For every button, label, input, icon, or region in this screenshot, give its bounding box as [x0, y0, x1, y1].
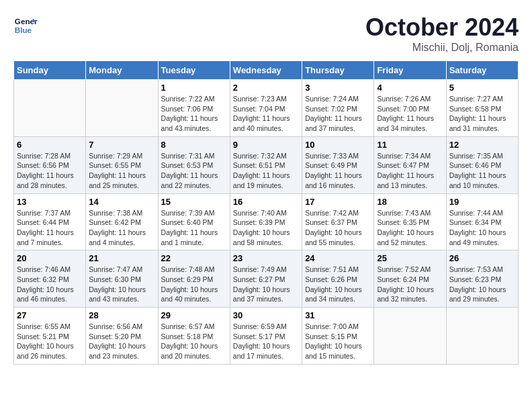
day-number: 29: [161, 310, 227, 320]
day-info: Sunrise: 6:59 AMSunset: 5:17 PMDaylight:…: [233, 322, 299, 361]
calendar-week-row: 13Sunrise: 7:37 AMSunset: 6:44 PMDayligh…: [14, 193, 519, 250]
day-number: 28: [89, 310, 154, 320]
column-header-monday: Monday: [86, 61, 158, 80]
day-number: 13: [17, 197, 83, 207]
column-header-sunday: Sunday: [14, 61, 86, 80]
day-info: Sunrise: 7:52 AMSunset: 6:24 PMDaylight:…: [377, 265, 443, 304]
day-number: 31: [305, 310, 371, 320]
calendar-cell: 30Sunrise: 6:59 AMSunset: 5:17 PMDayligh…: [230, 308, 302, 365]
day-number: 20: [17, 253, 83, 263]
column-header-wednesday: Wednesday: [230, 61, 302, 80]
calendar-cell: 10Sunrise: 7:33 AMSunset: 6:49 PMDayligh…: [302, 136, 374, 193]
day-number: 22: [161, 253, 227, 263]
calendar-cell: 21Sunrise: 7:47 AMSunset: 6:30 PMDayligh…: [86, 250, 158, 308]
day-number: 6: [17, 140, 83, 150]
column-header-friday: Friday: [374, 61, 446, 80]
calendar-cell: 15Sunrise: 7:39 AMSunset: 6:40 PMDayligh…: [158, 193, 230, 250]
column-header-thursday: Thursday: [302, 61, 374, 80]
day-info: Sunrise: 6:55 AMSunset: 5:21 PMDaylight:…: [17, 322, 83, 361]
calendar-cell: [374, 308, 446, 365]
day-info: Sunrise: 7:39 AMSunset: 6:40 PMDaylight:…: [161, 208, 227, 248]
calendar-header-row: SundayMondayTuesdayWednesdayThursdayFrid…: [14, 61, 519, 80]
calendar-cell: 24Sunrise: 7:51 AMSunset: 6:26 PMDayligh…: [302, 250, 374, 308]
day-number: 17: [305, 197, 371, 207]
day-number: 8: [161, 140, 227, 150]
day-number: 12: [449, 140, 515, 150]
day-info: Sunrise: 7:27 AMSunset: 6:58 PMDaylight:…: [449, 94, 515, 134]
day-number: 3: [305, 83, 371, 93]
day-info: Sunrise: 7:53 AMSunset: 6:23 PMDaylight:…: [449, 265, 515, 304]
day-number: 25: [377, 253, 443, 263]
calendar-cell: 13Sunrise: 7:37 AMSunset: 6:44 PMDayligh…: [14, 193, 86, 250]
calendar-cell: 8Sunrise: 7:31 AMSunset: 6:53 PMDaylight…: [158, 136, 230, 193]
calendar-cell: 9Sunrise: 7:32 AMSunset: 6:51 PMDaylight…: [230, 136, 302, 193]
day-number: 18: [377, 197, 443, 207]
calendar-cell: 14Sunrise: 7:38 AMSunset: 6:42 PMDayligh…: [86, 193, 158, 250]
day-number: 1: [161, 83, 227, 93]
day-number: 7: [89, 140, 154, 150]
day-info: Sunrise: 7:43 AMSunset: 6:35 PMDaylight:…: [377, 208, 443, 248]
day-info: Sunrise: 6:56 AMSunset: 5:20 PMDaylight:…: [89, 322, 154, 361]
day-number: 11: [377, 140, 443, 150]
calendar-cell: 12Sunrise: 7:35 AMSunset: 6:46 PMDayligh…: [446, 136, 518, 193]
calendar-cell: [446, 308, 518, 365]
calendar-cell: 4Sunrise: 7:26 AMSunset: 7:00 PMDaylight…: [374, 80, 446, 137]
day-number: 14: [89, 197, 154, 207]
calendar-cell: 5Sunrise: 7:27 AMSunset: 6:58 PMDaylight…: [446, 80, 518, 137]
calendar-cell: 18Sunrise: 7:43 AMSunset: 6:35 PMDayligh…: [374, 193, 446, 250]
day-info: Sunrise: 7:28 AMSunset: 6:56 PMDaylight:…: [17, 151, 83, 191]
header: General Blue October 2024 Mischii, Dolj,…: [13, 13, 519, 54]
day-info: Sunrise: 7:40 AMSunset: 6:39 PMDaylight:…: [233, 208, 299, 248]
calendar-cell: 17Sunrise: 7:42 AMSunset: 6:37 PMDayligh…: [302, 193, 374, 250]
calendar-cell: [14, 80, 86, 137]
page-subtitle: Mischii, Dolj, Romania: [365, 42, 519, 54]
calendar-cell: 3Sunrise: 7:24 AMSunset: 7:02 PMDaylight…: [302, 80, 374, 137]
calendar-cell: 16Sunrise: 7:40 AMSunset: 6:39 PMDayligh…: [230, 193, 302, 250]
calendar-table: SundayMondayTuesdayWednesdayThursdayFrid…: [13, 60, 519, 365]
calendar-cell: 26Sunrise: 7:53 AMSunset: 6:23 PMDayligh…: [446, 250, 518, 308]
calendar-cell: 27Sunrise: 6:55 AMSunset: 5:21 PMDayligh…: [14, 308, 86, 365]
calendar-week-row: 27Sunrise: 6:55 AMSunset: 5:21 PMDayligh…: [14, 308, 519, 365]
day-number: 10: [305, 140, 371, 150]
day-number: 27: [17, 310, 83, 320]
day-number: 2: [233, 83, 299, 93]
calendar-week-row: 1Sunrise: 7:22 AMSunset: 7:06 PMDaylight…: [14, 80, 519, 137]
calendar-cell: 29Sunrise: 6:57 AMSunset: 5:18 PMDayligh…: [158, 308, 230, 365]
day-number: 23: [233, 253, 299, 263]
day-number: 9: [233, 140, 299, 150]
day-number: 24: [305, 253, 371, 263]
day-info: Sunrise: 7:47 AMSunset: 6:30 PMDaylight:…: [89, 265, 154, 304]
calendar-cell: 31Sunrise: 7:00 AMSunset: 5:15 PMDayligh…: [302, 308, 374, 365]
logo: General Blue: [13, 13, 38, 38]
day-info: Sunrise: 7:33 AMSunset: 6:49 PMDaylight:…: [305, 151, 371, 191]
day-info: Sunrise: 7:34 AMSunset: 6:47 PMDaylight:…: [377, 151, 443, 191]
day-info: Sunrise: 7:23 AMSunset: 7:04 PMDaylight:…: [233, 94, 299, 134]
calendar-cell: 6Sunrise: 7:28 AMSunset: 6:56 PMDaylight…: [14, 136, 86, 193]
day-info: Sunrise: 7:31 AMSunset: 6:53 PMDaylight:…: [161, 151, 227, 191]
day-info: Sunrise: 7:29 AMSunset: 6:55 PMDaylight:…: [89, 151, 154, 191]
calendar-week-row: 20Sunrise: 7:46 AMSunset: 6:32 PMDayligh…: [14, 250, 519, 308]
calendar-cell: 23Sunrise: 7:49 AMSunset: 6:27 PMDayligh…: [230, 250, 302, 308]
calendar-cell: 19Sunrise: 7:44 AMSunset: 6:34 PMDayligh…: [446, 193, 518, 250]
day-info: Sunrise: 7:46 AMSunset: 6:32 PMDaylight:…: [17, 265, 83, 304]
calendar-cell: 2Sunrise: 7:23 AMSunset: 7:04 PMDaylight…: [230, 80, 302, 137]
day-info: Sunrise: 7:44 AMSunset: 6:34 PMDaylight:…: [449, 208, 515, 248]
calendar-cell: [86, 80, 158, 137]
day-info: Sunrise: 7:48 AMSunset: 6:29 PMDaylight:…: [161, 265, 227, 304]
day-info: Sunrise: 6:57 AMSunset: 5:18 PMDaylight:…: [161, 322, 227, 361]
day-number: 5: [449, 83, 515, 93]
day-info: Sunrise: 7:24 AMSunset: 7:02 PMDaylight:…: [305, 94, 371, 134]
day-number: 26: [449, 253, 515, 263]
column-header-saturday: Saturday: [446, 61, 518, 80]
day-info: Sunrise: 7:42 AMSunset: 6:37 PMDaylight:…: [305, 208, 371, 248]
title-area: October 2024 Mischii, Dolj, Romania: [365, 13, 519, 54]
calendar-cell: 1Sunrise: 7:22 AMSunset: 7:06 PMDaylight…: [158, 80, 230, 137]
calendar-cell: 7Sunrise: 7:29 AMSunset: 6:55 PMDaylight…: [86, 136, 158, 193]
calendar-cell: 20Sunrise: 7:46 AMSunset: 6:32 PMDayligh…: [14, 250, 86, 308]
day-info: Sunrise: 7:49 AMSunset: 6:27 PMDaylight:…: [233, 265, 299, 304]
svg-text:Blue: Blue: [15, 26, 32, 34]
day-info: Sunrise: 7:38 AMSunset: 6:42 PMDaylight:…: [89, 208, 154, 248]
day-info: Sunrise: 7:35 AMSunset: 6:46 PMDaylight:…: [449, 151, 515, 191]
day-number: 4: [377, 83, 443, 93]
calendar-cell: 28Sunrise: 6:56 AMSunset: 5:20 PMDayligh…: [86, 308, 158, 365]
